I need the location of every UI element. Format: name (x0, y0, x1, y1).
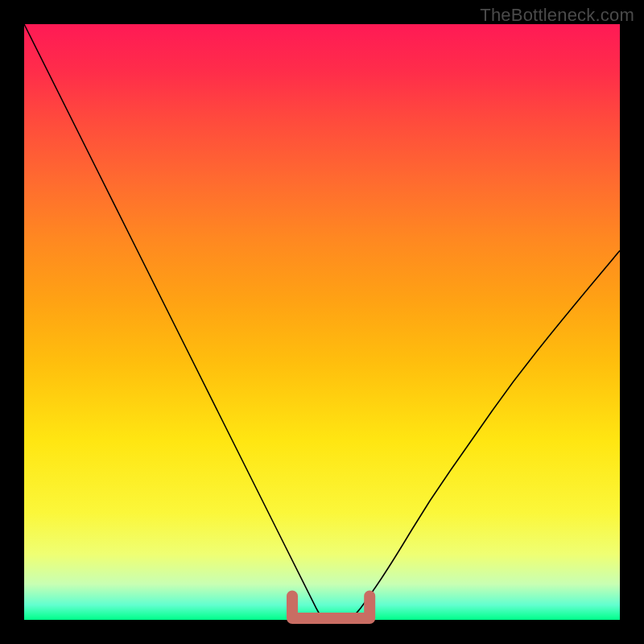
plot-area (24, 24, 620, 620)
curve-layer (24, 24, 620, 620)
watermark-text: TheBottleneck.com (480, 5, 634, 26)
optimal-range-marker (292, 596, 369, 618)
chart-frame: TheBottleneck.com (0, 0, 644, 644)
bottleneck-curve (24, 24, 620, 620)
